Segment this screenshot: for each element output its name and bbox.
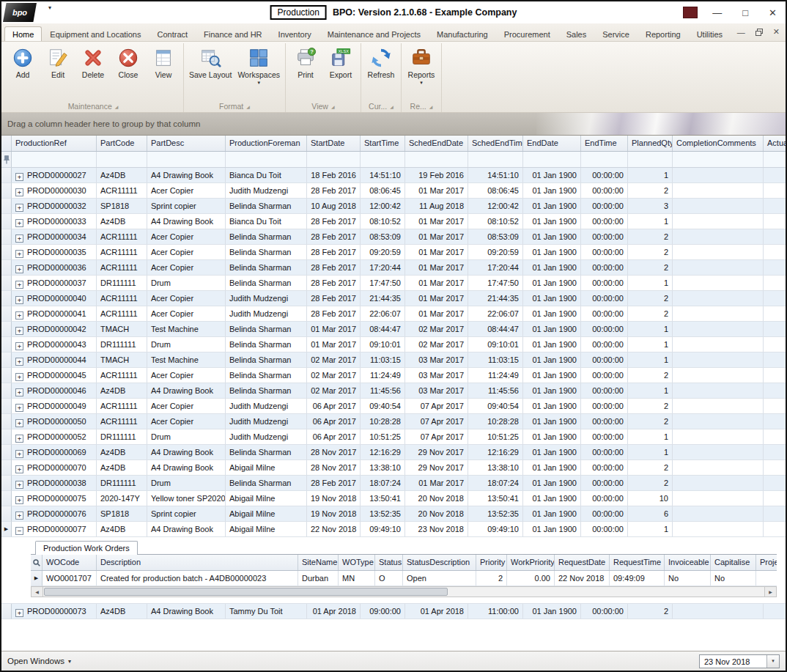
date-dropdown-button[interactable]: ▾ <box>766 655 779 668</box>
column-header-productionref[interactable]: ProductionRef <box>12 136 97 151</box>
expand-icon[interactable]: + <box>15 496 23 504</box>
detail-column-header-capitalise[interactable]: Capitalise <box>711 555 756 570</box>
filter-cell-schedenddate[interactable] <box>405 152 468 167</box>
grid-row-PROD00000044[interactable]: +PROD00000044TMACHTest MachineBelinda Sh… <box>1 352 786 368</box>
ribbon-button-print[interactable]: ?Print <box>288 45 323 80</box>
grid-row-PROD00000069[interactable]: +PROD00000069Az4DBA4 Drawing BookBelinda… <box>1 445 786 460</box>
detail-column-header-requesttime[interactable]: RequestTime <box>610 555 665 570</box>
tab-reporting[interactable]: Reporting <box>638 26 689 41</box>
grid-row-PROD00000037[interactable]: +PROD00000037DR111111DrumBelinda Sharman… <box>1 276 786 291</box>
filter-cell-enddate[interactable] <box>523 152 581 167</box>
ribbon-button-reports[interactable]: Reports▾ <box>404 45 439 85</box>
expand-icon[interactable]: + <box>15 419 23 427</box>
grid-filter-row[interactable] <box>1 152 786 168</box>
tab-maintenance-and-projects[interactable]: Maintenance and Projects <box>319 26 429 41</box>
grid-row-PROD00000046[interactable]: +PROD00000046Az4DBA4 Drawing BookBelinda… <box>1 383 786 399</box>
expand-icon[interactable]: + <box>15 435 23 443</box>
column-header-partdesc[interactable]: PartDesc <box>147 136 226 151</box>
scrollbar-thumb[interactable] <box>44 588 448 596</box>
filter-cell-startdate[interactable] <box>307 152 361 167</box>
grid-row-PROD00000035[interactable]: +PROD00000035ACR11111Acer CopierBelinda … <box>1 245 786 260</box>
column-header-plannedqty[interactable]: PlannedQty <box>628 136 673 151</box>
tab-sales[interactable]: Sales <box>558 26 595 41</box>
expand-icon[interactable]: + <box>15 327 23 335</box>
tab-contract[interactable]: Contract <box>149 26 196 41</box>
grid-row-PROD00000070[interactable]: +PROD00000070Az4DBA4 Drawing BookAbigail… <box>1 460 786 476</box>
detail-column-header-requestdate[interactable]: RequestDate <box>555 555 610 570</box>
detail-column-header-wotype[interactable]: WOType <box>339 555 375 570</box>
grid-row-PROD00000076[interactable]: +PROD00000076SP1818Sprint copierAbigail … <box>1 506 786 522</box>
expand-icon[interactable]: + <box>15 265 23 273</box>
filter-cell-plannedqty[interactable] <box>628 152 673 167</box>
expand-icon[interactable]: + <box>15 296 23 304</box>
grid-row-PROD00000032[interactable]: +PROD00000032SP1818Sprint copierBelinda … <box>1 199 786 214</box>
detail-column-header-wocode[interactable]: WOCode <box>43 555 97 570</box>
tab-procurement[interactable]: Procurement <box>496 26 558 41</box>
filter-cell-productionref[interactable] <box>12 152 97 167</box>
grid-row-PROD00000030[interactable]: +PROD00000030ACR11111Acer CopierJudith M… <box>1 183 786 199</box>
ribbon-button-export[interactable]: XLSXExport <box>323 45 358 80</box>
grid-row-PROD00000043[interactable]: +PROD00000043DR111111DrumBelinda Sharman… <box>1 337 786 352</box>
expand-icon[interactable]: + <box>15 450 23 458</box>
expand-icon[interactable]: + <box>15 235 23 243</box>
ribbon-button-close[interactable]: Close <box>111 45 146 80</box>
grid-row-PROD00000073[interactable]: +PROD00000073Az4DBA4 Drawing BookTammy D… <box>1 604 786 619</box>
grid-row-PROD00000077[interactable]: ▶−PROD00000077Az4DBA4 Drawing BookAbigai… <box>1 522 786 537</box>
column-header-actual[interactable]: Actual <box>764 136 786 151</box>
grid-row-PROD00000033[interactable]: +PROD00000033Az4DBA4 Drawing BookBianca … <box>1 214 786 229</box>
column-header-endtime[interactable]: EndTime <box>581 136 628 151</box>
grid-row-PROD00000049[interactable]: +PROD00000049ACR11111Acer CopierJudith M… <box>1 399 786 414</box>
collapse-icon[interactable]: − <box>15 527 23 535</box>
quick-access-dropdown-icon[interactable]: ▾ <box>48 4 51 11</box>
group-dialog-launcher-icon[interactable]: ◢ <box>246 105 250 109</box>
detail-column-header-workpriority[interactable]: WorkPriority <box>507 555 555 570</box>
column-header-completioncomments[interactable]: CompletionComments <box>673 136 764 151</box>
group-dialog-launcher-icon[interactable]: ◢ <box>331 105 335 109</box>
grid-row-PROD00000036[interactable]: +PROD00000036ACR11111Acer CopierBelinda … <box>1 260 786 276</box>
expand-icon[interactable]: + <box>15 342 23 350</box>
expand-icon[interactable]: + <box>15 373 23 381</box>
expand-icon[interactable]: + <box>15 481 23 489</box>
mdi-restore-icon[interactable] <box>755 29 763 36</box>
filter-cell-productionforeman[interactable] <box>226 152 307 167</box>
expand-icon[interactable]: + <box>15 250 23 258</box>
scroll-left-button[interactable]: ◀ <box>32 587 43 597</box>
filter-cell-actual[interactable] <box>764 152 786 167</box>
detail-tab-production-work-orders[interactable]: Production Work Orders <box>35 541 138 555</box>
group-by-bar[interactable]: Drag a column header here to group by th… <box>1 113 786 136</box>
filter-cell-starttime[interactable] <box>361 152 405 167</box>
grid-row-PROD00000050[interactable]: +PROD00000050ACR11111Acer CopierJudith M… <box>1 414 786 429</box>
column-header-starttime[interactable]: StartTime <box>361 136 405 151</box>
detail-column-header-invoiceable[interactable]: Invoiceable <box>665 555 711 570</box>
group-dialog-launcher-icon[interactable]: ◢ <box>390 105 394 109</box>
ribbon-button-refresh[interactable]: Refresh <box>363 45 399 80</box>
grid-row-PROD00000042[interactable]: +PROD00000042TMACHTest MachineBelinda Sh… <box>1 322 786 337</box>
scroll-right-button[interactable]: ▶ <box>764 587 776 597</box>
expand-icon[interactable]: + <box>15 281 23 289</box>
detail-column-header-sitename[interactable]: SiteName <box>298 555 339 570</box>
column-header-schedenddate[interactable]: SchedEndDate <box>405 136 468 151</box>
ribbon-button-view[interactable]: View <box>146 45 181 80</box>
column-header-partcode[interactable]: PartCode <box>97 136 147 151</box>
detail-column-header-statusdescription[interactable]: StatusDescription <box>403 555 476 570</box>
expand-icon[interactable]: + <box>15 609 23 617</box>
ribbon-button-save-layout[interactable]: Save Layout <box>186 45 234 80</box>
detail-horizontal-scrollbar[interactable]: ◀▶ <box>31 586 777 597</box>
column-header-schedendtime[interactable]: SchedEndTime <box>468 136 523 151</box>
ribbon-button-add[interactable]: Add <box>5 45 40 80</box>
close-button[interactable]: ✕ <box>769 8 777 18</box>
grid-row-PROD00000034[interactable]: +PROD00000034ACR11111Acer CopierBelinda … <box>1 229 786 245</box>
detail-column-header-status[interactable]: Status <box>375 555 403 570</box>
ribbon-button-delete[interactable]: Delete <box>75 45 111 80</box>
column-header-startdate[interactable]: StartDate <box>307 136 361 151</box>
grid-row-PROD00000041[interactable]: +PROD00000041ACR11111Acer CopierJudith M… <box>1 306 786 322</box>
expand-icon[interactable]: + <box>15 358 23 366</box>
filter-cell-partdesc[interactable] <box>147 152 226 167</box>
detail-row-WO0001707[interactable]: ▶WO0001707Created for production batch -… <box>31 571 777 586</box>
filter-cell-completioncomments[interactable] <box>673 152 764 167</box>
expand-icon[interactable]: + <box>15 219 23 227</box>
mdi-minimize-icon[interactable]: — <box>737 28 745 37</box>
group-dialog-launcher-icon[interactable]: ◢ <box>115 105 119 109</box>
tab-utilities[interactable]: Utilities <box>689 26 731 41</box>
filter-cell-partcode[interactable] <box>97 152 147 167</box>
